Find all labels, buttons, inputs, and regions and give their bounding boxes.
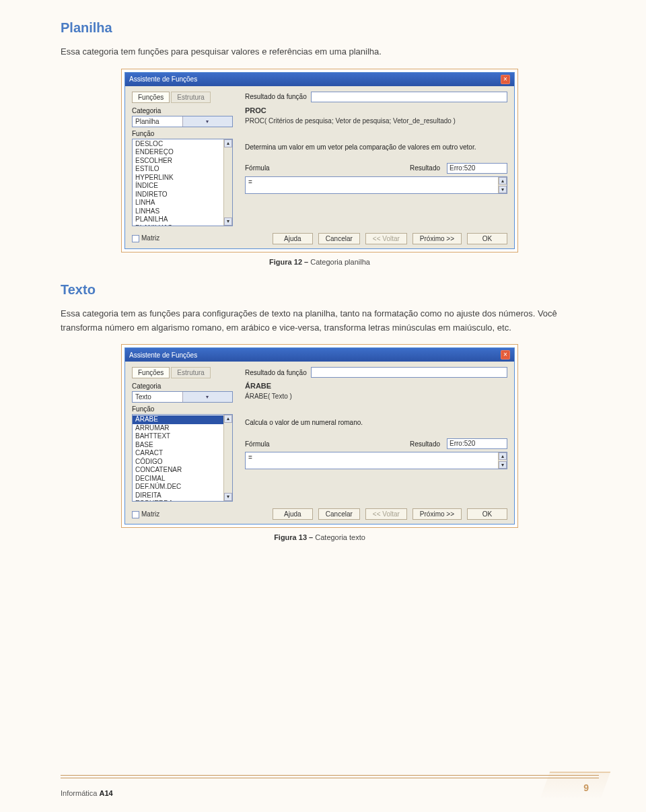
label-resultado-funcao: Resultado da função: [245, 369, 307, 376]
figure-13-caption: Figura 13 – Categoria texto: [61, 533, 579, 541]
scroll-down-icon[interactable]: ▾: [224, 493, 232, 501]
list-item[interactable]: ENDEREÇO: [133, 148, 232, 157]
checkbox-matriz[interactable]: Matriz: [132, 510, 159, 518]
list-item[interactable]: DESLOC: [133, 140, 232, 149]
scroll-up-icon[interactable]: ▴: [224, 139, 232, 147]
label-formula: Fórmula: [245, 440, 270, 448]
scroll-down-icon[interactable]: ▾: [499, 186, 507, 193]
label-resultado-funcao: Resultado da função: [245, 93, 307, 100]
section-texto-title: Texto: [61, 282, 579, 298]
list-item[interactable]: CONCATENAR: [133, 466, 232, 475]
list-item[interactable]: ESCOLHER: [133, 157, 232, 166]
label-funcao: Função: [132, 405, 233, 413]
formula-textarea[interactable]: = ▴▾: [245, 176, 507, 194]
dialog-titlebar[interactable]: Assistente de Funções ×: [125, 73, 514, 86]
tab-estrutura[interactable]: Estrutura: [171, 92, 211, 103]
ok-button[interactable]: OK: [467, 508, 507, 520]
figure-13-container: Assistente de Funções × Funções Estrutur…: [121, 344, 518, 528]
listbox-funcao[interactable]: DESLOCENDEREÇOESCOLHERESTILOHYPERLINKÍND…: [132, 139, 233, 226]
listbox-funcao[interactable]: ÁRABEARRUMARBAHTTEXTBASECARACTCÓDIGOCONC…: [132, 414, 233, 502]
cancelar-button[interactable]: Cancelar: [318, 508, 360, 520]
formula-textarea[interactable]: = ▴▾: [245, 452, 507, 469]
list-item[interactable]: BAHTTEXT: [133, 432, 232, 441]
dialog-assistente-funcoes-1: Assistente de Funções × Funções Estrutur…: [124, 72, 515, 249]
field-resultado[interactable]: Erro:520: [447, 163, 507, 174]
field-resultado-funcao[interactable]: [311, 367, 507, 378]
scroll-up-icon[interactable]: ▴: [499, 452, 507, 460]
checkbox-matriz[interactable]: Matriz: [132, 234, 159, 242]
label-matriz: Matriz: [141, 234, 159, 242]
list-item[interactable]: INDIRETO: [133, 191, 232, 199]
field-resultado[interactable]: Erro:520: [447, 438, 507, 449]
ok-button[interactable]: OK: [467, 233, 507, 244]
chevron-down-icon[interactable]: ▾: [182, 116, 233, 127]
label-matriz: Matriz: [141, 510, 159, 518]
list-item[interactable]: DIREITA: [133, 492, 232, 500]
field-resultado-funcao[interactable]: [311, 92, 507, 102]
function-name: ÁRABE: [245, 382, 507, 390]
list-item[interactable]: CÓDIGO: [133, 458, 232, 467]
footer-rule: [61, 777, 599, 778]
tab-funcoes[interactable]: Funções: [132, 367, 170, 378]
list-item[interactable]: LINHA: [133, 199, 232, 207]
scrollbar[interactable]: ▴▾: [498, 452, 507, 469]
scroll-up-icon[interactable]: ▴: [224, 415, 232, 423]
voltar-button[interactable]: << Voltar: [365, 508, 407, 520]
list-item[interactable]: CARACT: [133, 449, 232, 458]
proximo-button[interactable]: Próximo >>: [412, 233, 462, 244]
close-icon[interactable]: ×: [501, 75, 510, 84]
formula-value: =: [248, 454, 252, 461]
scrollbar[interactable]: ▴ ▾: [223, 139, 232, 226]
scrollbar[interactable]: ▴▾: [498, 177, 507, 193]
voltar-button[interactable]: << Voltar: [365, 233, 407, 244]
section-planilha-title: Planilha: [61, 20, 579, 36]
section-texto-para: Essa categoria tem as funções para confi…: [61, 307, 579, 335]
list-item[interactable]: PLANILHAS: [133, 224, 232, 226]
list-item[interactable]: DEF.NÚM.DEC: [133, 483, 232, 492]
scroll-up-icon[interactable]: ▴: [499, 177, 507, 184]
function-signature: PROC( Critérios de pesquisa; Vetor de pe…: [245, 117, 507, 125]
ajuda-button[interactable]: Ajuda: [273, 233, 313, 244]
label-resultado: Resultado: [410, 440, 440, 448]
dialog-assistente-funcoes-2: Assistente de Funções × Funções Estrutur…: [124, 347, 515, 525]
proximo-button[interactable]: Próximo >>: [412, 508, 462, 520]
label-formula: Fórmula: [245, 164, 270, 172]
cancelar-button[interactable]: Cancelar: [318, 233, 360, 244]
scroll-down-icon[interactable]: ▾: [224, 217, 232, 226]
tab-estrutura[interactable]: Estrutura: [171, 367, 211, 378]
list-item[interactable]: ÍNDICE: [133, 182, 232, 191]
dialog-title: Assistente de Funções: [129, 75, 197, 83]
list-item[interactable]: ESTILO: [133, 165, 232, 174]
list-item[interactable]: ÁRABE: [133, 415, 232, 424]
formula-value: =: [248, 178, 252, 186]
dialog-tabs: Funções Estrutura: [132, 92, 233, 103]
list-item[interactable]: BASE: [133, 441, 232, 450]
page-number: 9: [583, 782, 589, 793]
close-icon[interactable]: ×: [501, 350, 510, 360]
list-item[interactable]: LINHAS: [133, 207, 232, 216]
list-item[interactable]: DECIMAL: [133, 475, 232, 483]
function-signature: ÁRABE( Texto ): [245, 393, 507, 400]
figure-12-caption: Figura 12 – Categoria planilha: [61, 258, 579, 266]
page-corner-decor: [540, 772, 611, 799]
chevron-down-icon[interactable]: ▾: [182, 392, 233, 402]
label-categoria: Categoria: [132, 107, 233, 114]
combo-categoria-value: Texto: [133, 393, 182, 401]
ajuda-button[interactable]: Ajuda: [273, 508, 313, 520]
combo-categoria[interactable]: Planilha ▾: [132, 116, 233, 127]
section-planilha-para: Essa categoria tem funções para pesquisa…: [61, 45, 579, 59]
combo-categoria-value: Planilha: [133, 118, 182, 125]
list-item[interactable]: ESQUERDA: [133, 500, 232, 502]
dialog-titlebar[interactable]: Assistente de Funções ×: [125, 348, 514, 362]
scroll-down-icon[interactable]: ▾: [499, 461, 507, 469]
tab-funcoes[interactable]: Funções: [132, 92, 170, 103]
list-item[interactable]: PLANILHA: [133, 215, 232, 224]
figure-12-container: Assistente de Funções × Funções Estrutur…: [121, 69, 518, 252]
list-item[interactable]: ARRUMAR: [133, 424, 232, 433]
combo-categoria[interactable]: Texto ▾: [132, 391, 233, 403]
list-item[interactable]: HYPERLINK: [133, 174, 232, 182]
dialog-tabs: Funções Estrutura: [132, 367, 233, 378]
scrollbar[interactable]: ▴ ▾: [223, 415, 232, 501]
function-description: Determina um valor em um vetor pela comp…: [245, 143, 507, 151]
label-categoria: Categoria: [132, 382, 233, 390]
